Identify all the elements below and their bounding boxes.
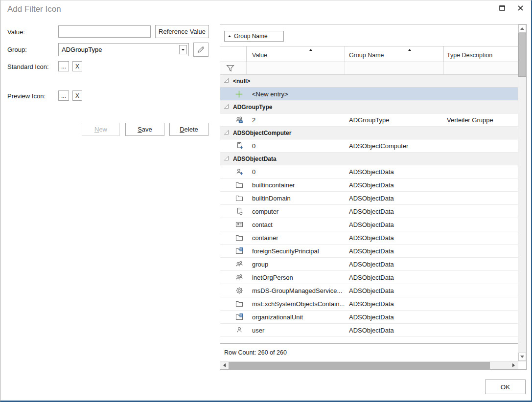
table-row[interactable]: msExchSystemObjectsContain...ADSObjectDa… [220,297,518,311]
reference-value-button[interactable]: Reference Value [155,25,209,38]
value-input[interactable] [58,25,151,38]
table-row[interactable]: contactADSObjectData [220,218,518,231]
gear-icon [220,287,247,294]
group-combobox-value: ADGroupType [62,46,102,53]
table-row[interactable]: organizationalUnitADSObjectData [220,311,518,324]
cell-value: <New entry> [247,90,345,98]
preview-icon-browse-button[interactable]: ... [58,90,69,101]
table-row[interactable]: builtinDomainADSObjectData [220,192,518,205]
table-row[interactable]: <New entry> [220,88,518,101]
contact-card-icon [220,221,247,228]
filter-cell-group-name[interactable] [345,62,444,74]
scroll-left-icon[interactable] [220,361,229,369]
standard-icon-label: Standard Icon: [7,63,49,70]
group-expanded-icon[interactable] [224,156,229,162]
cell-group-name: ADSObjectData [345,181,444,189]
table-row[interactable]: groupADSObjectData [220,258,518,271]
group-row-label: ADSObjectComputer [233,130,291,136]
close-icon[interactable] [516,4,525,12]
cell-group-name: ADSObjectData [345,287,444,294]
distribution-group-icon [220,116,247,124]
group-by-panel[interactable]: Group Name [220,24,518,46]
scroll-up-icon[interactable] [518,24,526,33]
computer-icon [220,207,247,215]
cell-value: 2 [247,116,345,124]
cell-value: organizationalUnit [247,313,345,321]
group-combobox[interactable]: ADGroupType [58,43,189,56]
chevron-down-icon[interactable] [179,45,187,54]
column-header-icon[interactable] [220,46,247,62]
grid-filter-row [220,62,518,75]
user-icon [220,326,247,334]
group-by-chip[interactable]: Group Name [224,31,284,42]
cell-value: user [247,327,345,334]
cell-group-name: ADSObjectData [345,221,444,228]
filter-funnel-icon [226,64,234,72]
filter-row-button[interactable] [220,62,247,74]
table-row[interactable]: inetOrgPersonADSObjectData [220,271,518,284]
new-button[interactable]: New [82,123,120,136]
column-header-type-description[interactable]: Type Description [444,46,518,62]
group-row[interactable]: <null> [220,75,518,88]
group-icon [220,260,247,268]
group-expanded-icon[interactable] [224,78,229,85]
filter-cell-value[interactable] [247,62,345,74]
folder-icon [220,300,247,308]
table-row[interactable]: builtincontainerADSObjectData [220,179,518,192]
folder-icon [220,194,247,202]
cell-value: container [247,234,345,242]
grid-rows: <null><New entry>ADGroupType2ADGroupType… [220,75,518,343]
horizontal-scrollbar[interactable] [220,361,526,369]
cell-value: msExchSystemObjectsContain... [247,300,345,308]
preview-icon-clear-button[interactable]: X [72,90,82,101]
cell-group-name: ADGroupType [345,116,444,124]
horizontal-scrollbar-track[interactable] [229,361,509,369]
table-row[interactable]: 2ADGroupTypeVerteiler Gruppe [220,113,518,127]
standard-icon-browse-button[interactable]: ... [58,61,69,71]
table-row[interactable]: 0ADSObjectComputer [220,139,518,153]
group-row-label: ADGroupType [233,104,272,111]
computer-download-icon [220,142,247,150]
group-row[interactable]: ADGroupType [220,101,518,113]
cell-group-name: ADSObjectData [345,247,444,255]
cell-value: contact [247,221,345,228]
maximize-icon[interactable] [498,4,507,12]
vertical-scrollbar-thumb[interactable] [518,33,526,77]
save-button[interactable]: Save [125,123,164,136]
table-row[interactable]: msDS-GroupManagedService...ADSObjectData [220,284,518,297]
ok-button[interactable]: OK [485,380,526,394]
group-row[interactable]: ADSObjectComputer [220,127,518,139]
table-row[interactable]: 0ADSObjectData [220,165,518,179]
group-expanded-icon[interactable] [224,130,229,136]
cell-group-name: ADSObjectData [345,327,444,334]
scroll-right-icon[interactable] [509,361,518,369]
table-row[interactable]: foreignSecurityPrincipalADSObjectData [220,245,518,258]
folder-icon [220,181,247,189]
group-row[interactable]: ADSObjectData [220,153,518,165]
column-header-group-name[interactable]: Group Name [345,46,444,62]
column-header-value[interactable]: Value [247,46,345,62]
group-by-chip-label: Group Name [234,33,268,40]
vertical-scrollbar[interactable] [518,24,526,361]
pencil-icon [197,45,205,54]
filter-cell-type-description[interactable] [444,62,518,74]
cell-value: 0 [247,142,345,150]
table-row[interactable]: userADSObjectData [220,324,518,337]
standard-icon-clear-button[interactable]: X [72,61,82,71]
cell-group-name: ADSObjectData [345,234,444,242]
scroll-down-icon[interactable] [518,353,526,361]
organizational-unit-icon [220,247,247,255]
table-row[interactable]: computerADSObjectData [220,205,518,218]
delete-button[interactable]: Delete [169,123,208,136]
table-row[interactable]: containerADSObjectData [220,231,518,245]
organizational-unit-icon [220,313,247,321]
group-icon [220,273,247,281]
value-label: Value: [7,28,25,36]
cell-group-name: ADSObjectData [345,195,444,202]
edit-group-button[interactable] [193,43,208,57]
cell-value: foreignSecurityPrincipal [247,247,345,255]
horizontal-scrollbar-thumb[interactable] [229,362,490,369]
group-expanded-icon[interactable] [224,104,229,111]
cell-value: group [247,261,345,268]
cell-value: builtinDomain [247,195,345,202]
